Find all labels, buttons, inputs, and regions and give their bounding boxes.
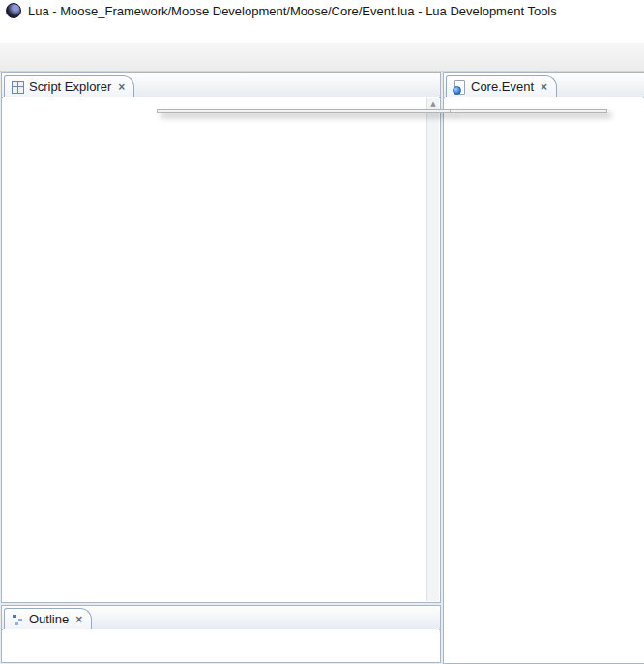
code-editor[interactable] bbox=[445, 97, 643, 662]
close-icon[interactable]: × bbox=[75, 613, 82, 626]
scroll-up-icon[interactable]: ▲ bbox=[427, 98, 439, 108]
editor-panel: Core.Event × bbox=[443, 72, 644, 664]
project-tree bbox=[3, 97, 439, 601]
outline-icon bbox=[10, 612, 25, 627]
main-toolbar bbox=[0, 43, 644, 72]
outline-content bbox=[3, 629, 439, 661]
script-explorer-header: Script Explorer × bbox=[2, 73, 440, 98]
tab-script-explorer[interactable]: Script Explorer × bbox=[4, 75, 134, 97]
window: Lua - Moose_Framework/Moose Development/… bbox=[0, 0, 644, 664]
menu-bar bbox=[0, 21, 644, 43]
editor-header: Core.Event × bbox=[444, 73, 644, 98]
lua-file-icon bbox=[452, 79, 467, 95]
tab-label: Outline bbox=[29, 612, 69, 626]
window-title: Lua - Moose_Framework/Moose Development/… bbox=[28, 4, 557, 18]
title-bar: Lua - Moose_Framework/Moose Development/… bbox=[0, 0, 644, 21]
script-explorer-panel: Script Explorer × ▲ bbox=[1, 72, 441, 603]
tab-outline[interactable]: Outline × bbox=[4, 608, 92, 629]
close-icon[interactable]: × bbox=[541, 80, 547, 94]
workbench: Script Explorer × ▲ Outline × bbox=[0, 72, 644, 664]
tab-label: Core.Event bbox=[471, 79, 534, 94]
tree-scrollbar[interactable]: ▲ bbox=[426, 98, 439, 601]
app-icon bbox=[6, 3, 21, 18]
context-menu bbox=[157, 109, 451, 113]
outline-panel: Outline × bbox=[1, 605, 441, 663]
tab-core-event[interactable]: Core.Event × bbox=[446, 75, 557, 97]
new-submenu bbox=[450, 109, 607, 113]
outline-header: Outline × bbox=[2, 606, 440, 630]
script-explorer-icon bbox=[10, 79, 25, 95]
tab-label: Script Explorer bbox=[29, 79, 111, 94]
close-icon[interactable]: × bbox=[118, 80, 125, 94]
